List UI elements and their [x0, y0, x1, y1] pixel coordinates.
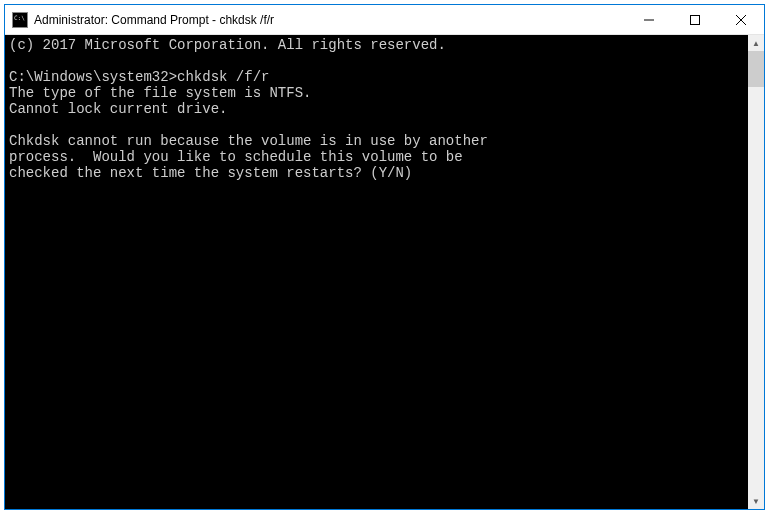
command-prompt-window: Administrator: Command Prompt - chkdsk /…: [4, 4, 765, 510]
maximize-icon: [690, 15, 700, 25]
scroll-track[interactable]: [748, 51, 764, 493]
window-controls: [626, 5, 764, 34]
minimize-icon: [644, 15, 654, 25]
scroll-down-button[interactable]: ▼: [748, 493, 764, 509]
scroll-up-button[interactable]: ▲: [748, 35, 764, 51]
close-button[interactable]: [718, 5, 764, 34]
window-title: Administrator: Command Prompt - chkdsk /…: [34, 13, 626, 27]
console-output[interactable]: (c) 2017 Microsoft Corporation. All righ…: [5, 35, 748, 509]
vertical-scrollbar[interactable]: ▲ ▼: [748, 35, 764, 509]
titlebar[interactable]: Administrator: Command Prompt - chkdsk /…: [5, 5, 764, 35]
maximize-button[interactable]: [672, 5, 718, 34]
cmd-icon: [12, 12, 28, 28]
scroll-thumb[interactable]: [748, 51, 764, 87]
minimize-button[interactable]: [626, 5, 672, 34]
console-area: (c) 2017 Microsoft Corporation. All righ…: [5, 35, 764, 509]
svg-rect-1: [691, 15, 700, 24]
close-icon: [736, 15, 746, 25]
